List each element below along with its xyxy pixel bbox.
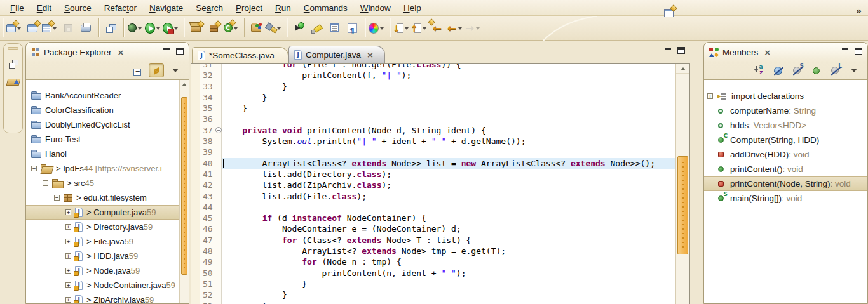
code-line[interactable]: ArrayList<Class<? extends Node>> list = …: [222, 158, 675, 169]
new-java-project-icon[interactable]: [187, 20, 204, 36]
editor-tab[interactable]: Computer.java×: [288, 46, 385, 63]
tree-item[interactable]: Euro-Test: [26, 132, 189, 147]
collapse-icon[interactable]: −: [54, 195, 60, 201]
print-icon[interactable]: [78, 20, 94, 36]
search-flashlight-icon[interactable]: [266, 20, 282, 36]
code-line[interactable]: list.add(File.class);: [222, 191, 675, 202]
code-line[interactable]: [222, 114, 675, 124]
member-item[interactable]: hdds : Vector<HDD>: [704, 118, 867, 133]
code-line[interactable]: printContent(f, "|-");: [222, 70, 675, 81]
toolbar-overflow-chevron[interactable]: »: [856, 6, 862, 16]
customize-perspective-button[interactable]: [660, 4, 677, 21]
customize-perspective-icon[interactable]: [660, 4, 677, 21]
scrollbar-thumb[interactable]: [677, 156, 688, 254]
minimize-button[interactable]: [163, 48, 170, 55]
tree-item[interactable]: ColorClassification: [26, 103, 189, 117]
view-menu-icon[interactable]: [168, 63, 183, 77]
hide-local-types-icon[interactable]: L: [827, 63, 843, 77]
tree-item[interactable]: +> Node.java 59: [26, 263, 189, 278]
menu-file[interactable]: File: [4, 1, 31, 15]
scroll-up-arrow[interactable]: [180, 80, 189, 89]
menu-edit[interactable]: Edit: [31, 1, 58, 15]
menu-project[interactable]: Project: [229, 1, 269, 15]
link-with-editor-icon[interactable]: [149, 63, 164, 77]
dropdown-arrow-icon[interactable]: [403, 20, 410, 36]
code-line[interactable]: for (Node n : tmp) {: [222, 256, 675, 267]
expand-icon[interactable]: +: [65, 282, 71, 288]
code-line[interactable]: NodeContainer e = (NodeContainer) d;: [222, 223, 675, 234]
code-line[interactable]: }: [222, 301, 675, 304]
code-editor[interactable]: 31323334353637−3839404142434445464748495…: [191, 63, 690, 304]
dropdown-arrow-icon[interactable]: [51, 20, 58, 36]
run-external-icon[interactable]: [163, 20, 179, 36]
open-resource-icon[interactable]: [248, 20, 264, 36]
close-icon[interactable]: ×: [118, 48, 125, 57]
code-line[interactable]: [222, 147, 675, 157]
hide-static-members-icon[interactable]: S: [789, 63, 804, 77]
tree-item[interactable]: DoublyLinkedCyclicList: [26, 117, 189, 132]
menu-help[interactable]: Help: [397, 1, 428, 15]
last-edit-location-icon[interactable]: [429, 20, 445, 36]
minimize-button[interactable]: [664, 47, 672, 54]
tree-item[interactable]: +> HDD.java 59: [26, 249, 189, 263]
sort-icon[interactable]: az: [751, 63, 766, 77]
dropdown-arrow-icon[interactable]: [137, 20, 144, 36]
tree-item[interactable]: +> Computer.java 59: [26, 205, 189, 220]
maximize-button[interactable]: [176, 48, 184, 55]
expand-icon[interactable]: +: [65, 268, 71, 274]
tree-item[interactable]: +> ZipArchiv.java 59: [26, 293, 189, 303]
member-item[interactable]: printContent() : void: [704, 162, 867, 176]
maximize-button[interactable]: [855, 48, 862, 55]
restore-views-icon[interactable]: [6, 56, 21, 71]
code-text[interactable]: for (File f : hdd.get(File.class)) { pri…: [222, 63, 675, 304]
menu-source[interactable]: Source: [58, 1, 98, 15]
tree-item[interactable]: BankAccountReader: [26, 88, 189, 103]
mark-occurrences-icon[interactable]: [308, 20, 325, 36]
minimize-button[interactable]: [841, 48, 849, 55]
code-line[interactable]: }: [222, 92, 675, 103]
editor-tab[interactable]: *SomeClass.java: [192, 47, 288, 63]
hide-fields-icon[interactable]: [770, 63, 785, 77]
expand-icon[interactable]: +: [65, 209, 71, 215]
package-explorer-scrollbar[interactable]: [179, 80, 189, 303]
new-package-icon[interactable]: [205, 20, 222, 36]
dropdown-arrow-icon[interactable]: [379, 20, 385, 36]
expand-icon[interactable]: +: [65, 253, 71, 259]
scroll-up-arrow[interactable]: [676, 64, 689, 74]
menu-refactor[interactable]: Refactor: [98, 1, 143, 15]
expand-icon[interactable]: +: [65, 297, 71, 303]
tree-item[interactable]: +> NodeContainer.java 59: [26, 278, 189, 293]
menu-window[interactable]: Window: [354, 1, 397, 15]
new-class-icon[interactable]: [223, 20, 240, 36]
team-sync-icon[interactable]: [290, 20, 307, 36]
fold-collapse-icon[interactable]: −: [215, 127, 222, 133]
member-item[interactable]: printContent(Node, String) : void: [704, 176, 867, 191]
show-public-members-icon[interactable]: [808, 63, 824, 77]
maximize-button[interactable]: [677, 47, 685, 54]
menu-search[interactable]: Search: [189, 1, 229, 15]
code-line[interactable]: for (File f : hdd.get(File.class)) {: [222, 63, 675, 70]
code-line[interactable]: printContent(n, ident + "-");: [222, 268, 675, 279]
member-item[interactable]: Smain(String[]) : void: [704, 191, 867, 206]
fastview-drag-handle[interactable]: [8, 47, 18, 50]
new-wizard-icon[interactable]: [6, 20, 23, 36]
tree-item[interactable]: Hanoi: [26, 147, 189, 161]
next-annotation-icon[interactable]: [393, 20, 410, 36]
members-tab[interactable]: Members ×: [709, 48, 771, 57]
member-item[interactable]: CComputer(String, HDD): [704, 133, 867, 147]
back-icon[interactable]: [447, 20, 463, 36]
tree-item[interactable]: +> File.java 59: [26, 234, 189, 249]
show-whitespace-icon[interactable]: [344, 20, 360, 36]
tree-item[interactable]: −> edu.kit.filesystem: [26, 190, 189, 205]
code-line[interactable]: System.out.println("|-" + ident + " " + …: [222, 136, 675, 147]
previous-annotation-icon[interactable]: [411, 20, 428, 36]
member-item[interactable]: computerName : String: [704, 103, 867, 118]
code-line[interactable]: list.add(Directory.class);: [222, 169, 675, 180]
code-line[interactable]: [222, 202, 675, 213]
code-line[interactable]: }: [222, 103, 675, 114]
debug-icon[interactable]: [127, 20, 144, 36]
tree-item[interactable]: −> src 45: [26, 176, 189, 190]
package-explorer-tab[interactable]: Package Explorer ×: [31, 48, 124, 57]
editor-scrollbar[interactable]: [675, 64, 689, 304]
code-line[interactable]: }: [222, 81, 675, 92]
